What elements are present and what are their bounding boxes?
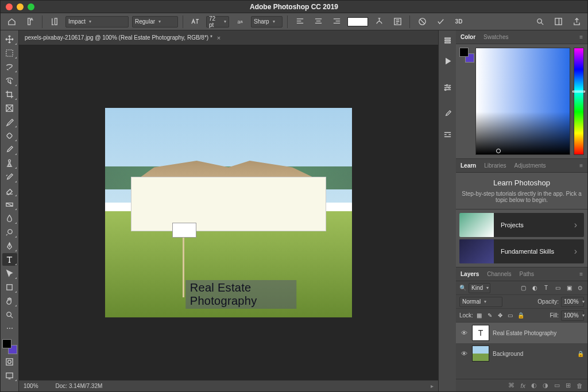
move-tool[interactable] <box>2 33 17 45</box>
font-weight-select[interactable]: Regular▾ <box>132 16 178 28</box>
lock-nest-icon[interactable]: ▭ <box>506 309 514 322</box>
marquee-tool[interactable] <box>2 46 17 59</box>
tab-paths[interactable]: Paths <box>520 271 535 277</box>
lock-pos-icon[interactable]: ✥ <box>496 309 504 322</box>
brush-tool[interactable] <box>2 143 17 156</box>
tool-preset-icon[interactable] <box>22 15 37 28</box>
brushes-panel-icon[interactable] <box>440 107 455 120</box>
filter-adjust-icon[interactable]: ◐ <box>530 282 539 294</box>
toolbar-more[interactable]: ⋯ <box>2 322 17 335</box>
panel-menu-icon[interactable]: ≡ <box>579 162 583 169</box>
antialias-select[interactable]: Sharp▾ <box>251 16 283 28</box>
mask-icon[interactable]: ◐ <box>531 382 537 389</box>
lasso-tool[interactable] <box>2 60 17 73</box>
actions-panel-icon[interactable] <box>440 55 455 67</box>
align-center-icon[interactable] <box>311 15 326 28</box>
fx-icon[interactable]: fx <box>520 382 525 389</box>
group-icon[interactable]: ▭ <box>554 382 560 389</box>
adjustment-icon[interactable]: ◑ <box>543 382 548 389</box>
frame-tool[interactable] <box>2 102 17 114</box>
fg-bg-color[interactable] <box>2 339 17 354</box>
doc-size[interactable]: Doc: 3.14M/7.32M <box>56 383 103 389</box>
font-family-select[interactable]: Impact▾ <box>65 16 129 28</box>
blur-tool[interactable] <box>2 212 17 224</box>
font-size-select[interactable]: 72 pt▾ <box>206 16 229 28</box>
filter-toggle[interactable]: ⊙ <box>576 282 584 294</box>
layer-name[interactable]: Background <box>493 351 523 357</box>
watermark-text[interactable]: Real Estate Photography <box>185 280 297 309</box>
home-icon[interactable] <box>4 15 19 28</box>
learn-card-fundamentals[interactable]: Fundamental Skills› <box>459 239 584 263</box>
properties-panel-icon[interactable] <box>440 81 455 94</box>
lock-all-icon[interactable]: 🔒 <box>517 309 525 322</box>
layer-filter-select[interactable]: Kind▾ <box>469 283 490 293</box>
align-left-icon[interactable] <box>292 15 307 28</box>
hue-slider[interactable] <box>574 48 584 155</box>
status-arrow[interactable]: ▸ <box>431 383 434 389</box>
opacity-input[interactable]: 100%▾ <box>561 297 584 307</box>
character-panel-icon[interactable] <box>390 15 405 28</box>
fill-input[interactable]: 100%▾ <box>561 311 584 321</box>
crop-tool[interactable] <box>2 88 17 100</box>
type-tool[interactable] <box>2 253 17 266</box>
history-panel-icon[interactable] <box>440 34 455 46</box>
canvas-area[interactable]: Real Estate Photography <box>19 45 438 380</box>
maximize-window[interactable] <box>28 3 34 10</box>
lock-paint-icon[interactable]: ✎ <box>486 309 494 322</box>
filter-image-icon[interactable]: ▢ <box>519 282 528 294</box>
tab-color[interactable]: Color <box>461 34 475 40</box>
align-right-icon[interactable] <box>329 15 344 28</box>
filter-smart-icon[interactable]: ▣ <box>564 282 574 294</box>
tab-adjustments[interactable]: Adjustments <box>514 162 546 169</box>
blend-mode-select[interactable]: Normal▾ <box>459 297 502 307</box>
eyedropper-tool[interactable] <box>2 115 17 128</box>
path-select-tool[interactable] <box>2 267 17 280</box>
search-icon[interactable] <box>532 15 547 28</box>
canvas[interactable]: Real Estate Photography <box>105 108 352 317</box>
color-field[interactable] <box>475 48 570 155</box>
panel-menu-icon[interactable]: ≡ <box>579 34 583 40</box>
minimize-window[interactable] <box>17 3 24 10</box>
document-tab[interactable]: pexels-pixabay-210617.jpg @ 100% (Real E… <box>19 30 438 45</box>
workspace-icon[interactable] <box>551 15 566 28</box>
tab-channels[interactable]: Channels <box>487 271 511 277</box>
text-color-swatch[interactable] <box>347 17 368 26</box>
screenmode-tool[interactable] <box>2 369 17 382</box>
dodge-tool[interactable] <box>2 226 17 238</box>
close-window[interactable] <box>6 3 13 10</box>
link-layers-icon[interactable]: ⌘ <box>508 382 514 389</box>
brush-settings-panel-icon[interactable] <box>440 128 455 141</box>
commit-icon[interactable] <box>433 15 448 28</box>
stamp-tool[interactable] <box>2 157 17 169</box>
close-tab-icon[interactable]: × <box>217 34 220 41</box>
learn-card-projects[interactable]: Projects› <box>459 213 584 237</box>
zoom-tool[interactable] <box>2 308 17 321</box>
threed-icon[interactable]: 3D <box>451 15 466 28</box>
history-brush-tool[interactable] <box>2 170 17 183</box>
picker-fg-bg[interactable] <box>459 48 474 63</box>
filter-type-icon[interactable]: T <box>541 282 551 294</box>
layer-name[interactable]: Real Estate Photography <box>493 330 556 336</box>
lock-trans-icon[interactable]: ▦ <box>475 309 483 322</box>
delete-layer-icon[interactable]: 🗑 <box>577 382 583 389</box>
new-layer-icon[interactable]: ⊞ <box>566 382 571 389</box>
eraser-tool[interactable] <box>2 184 17 197</box>
filter-shape-icon[interactable]: ▭ <box>553 282 562 294</box>
tab-libraries[interactable]: Libraries <box>484 162 506 169</box>
quickmask-tool[interactable] <box>2 355 17 368</box>
tab-swatches[interactable]: Swatches <box>483 34 508 40</box>
share-icon[interactable] <box>569 15 584 28</box>
tab-layers[interactable]: Layers <box>461 271 479 277</box>
pen-tool[interactable] <box>2 239 17 252</box>
gradient-tool[interactable] <box>2 198 17 211</box>
warp-text-icon[interactable] <box>372 15 386 28</box>
quick-select-tool[interactable] <box>2 74 17 87</box>
layer-item[interactable]: 👁 Background 🔒 <box>456 343 587 364</box>
panel-menu-icon[interactable]: ≡ <box>579 271 583 277</box>
hand-tool[interactable] <box>2 294 17 307</box>
visibility-icon[interactable]: 👁 <box>459 329 469 336</box>
tab-learn[interactable]: Learn <box>461 162 476 169</box>
cancel-icon[interactable] <box>415 15 430 28</box>
healing-tool[interactable] <box>2 129 17 142</box>
orientation-icon[interactable] <box>47 15 62 28</box>
